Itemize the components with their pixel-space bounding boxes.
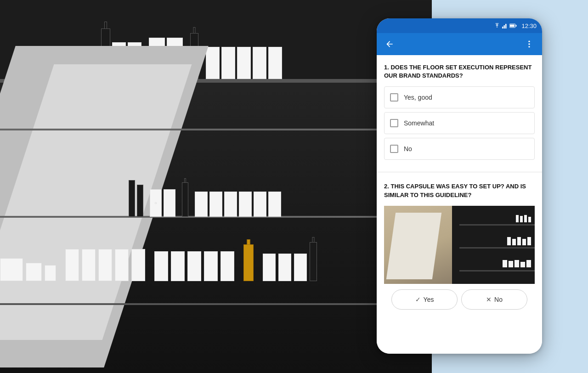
status-bar: 12:30 bbox=[377, 18, 542, 33]
svg-rect-2 bbox=[505, 24, 507, 28]
status-icons bbox=[494, 23, 517, 28]
yes-check-icon: ✓ bbox=[415, 296, 421, 303]
no-label: No bbox=[494, 296, 503, 303]
svg-point-8 bbox=[528, 46, 530, 47]
wifi-icon bbox=[494, 23, 500, 28]
yes-button[interactable]: ✓ Yes bbox=[391, 289, 458, 310]
phone-content: 1. DOES THE FLOOR SET EXECUTION REPRESEN… bbox=[377, 55, 542, 354]
checkbox-somewhat[interactable] bbox=[390, 119, 398, 127]
svg-rect-1 bbox=[504, 25, 505, 28]
status-time: 12:30 bbox=[521, 23, 537, 29]
more-options-button[interactable] bbox=[522, 37, 537, 51]
no-button[interactable]: ✕ No bbox=[461, 289, 527, 310]
action-buttons: ✓ Yes ✕ No bbox=[384, 284, 535, 315]
battery-icon bbox=[509, 23, 517, 28]
question-1-section: 1. DOES THE FLOOR SET EXECUTION REPRESEN… bbox=[377, 55, 542, 170]
svg-point-6 bbox=[528, 41, 530, 42]
guideline-image bbox=[384, 206, 535, 284]
store-background: □ bbox=[0, 0, 432, 373]
checkbox-yes-good[interactable] bbox=[390, 93, 398, 102]
no-x-icon: ✕ bbox=[486, 296, 492, 303]
label-somewhat: Somewhat bbox=[404, 119, 434, 127]
svg-rect-5 bbox=[516, 25, 517, 27]
question-2-section: 2. THIS CAPSULE WAS EASY TO SET UP? AND … bbox=[377, 174, 542, 321]
checkbox-no[interactable] bbox=[390, 145, 398, 153]
label-no: No bbox=[404, 145, 412, 153]
phone-frame: 12:30 1. DOES THE FLOOR SET EXECUTION RE… bbox=[377, 18, 542, 354]
back-button[interactable] bbox=[382, 37, 397, 51]
label-yes-good: Yes, good bbox=[404, 94, 432, 101]
option-no-q1[interactable]: No bbox=[384, 138, 535, 160]
yes-label: Yes bbox=[424, 296, 434, 303]
app-bar bbox=[377, 33, 542, 55]
option-somewhat[interactable]: Somewhat bbox=[384, 112, 535, 134]
svg-point-7 bbox=[528, 43, 530, 45]
option-yes-good[interactable]: Yes, good bbox=[384, 86, 535, 108]
svg-rect-4 bbox=[510, 25, 514, 27]
signal-icon bbox=[502, 23, 508, 28]
question-2-title: 2. THIS CAPSULE WAS EASY TO SET UP? AND … bbox=[384, 182, 535, 199]
question-1-title: 1. DOES THE FLOOR SET EXECUTION REPRESEN… bbox=[384, 63, 535, 80]
svg-rect-0 bbox=[502, 27, 503, 28]
section-divider bbox=[377, 172, 542, 172]
